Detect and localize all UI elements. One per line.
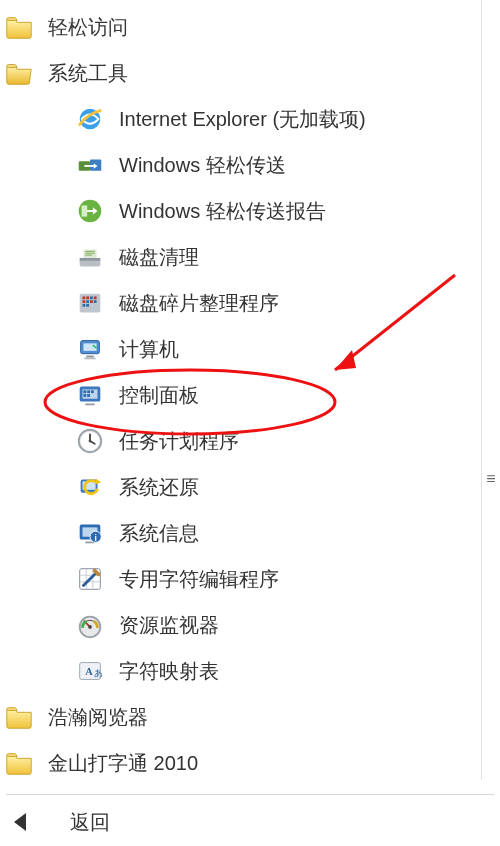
app-task-scheduler[interactable]: 任务计划程序 bbox=[0, 418, 500, 464]
folder-open-icon bbox=[4, 58, 34, 88]
svg-rect-27 bbox=[87, 390, 90, 393]
svg-rect-16 bbox=[94, 300, 97, 303]
app-ie-noaddons[interactable]: Internet Explorer (无加载项) bbox=[0, 96, 500, 142]
svg-rect-18 bbox=[86, 304, 89, 307]
svg-text:i: i bbox=[94, 533, 96, 543]
back-button[interactable]: 返回 bbox=[0, 799, 500, 845]
svg-rect-12 bbox=[83, 300, 86, 303]
svg-rect-6 bbox=[80, 258, 101, 261]
defrag-icon bbox=[75, 288, 105, 318]
app-computer[interactable]: 计算机 bbox=[0, 326, 500, 372]
app-easy-transfer-report[interactable]: Windows 轻松传送报告 bbox=[0, 188, 500, 234]
svg-rect-13 bbox=[90, 300, 93, 303]
svg-rect-29 bbox=[83, 394, 86, 397]
svg-rect-22 bbox=[84, 357, 95, 359]
svg-rect-30 bbox=[87, 394, 90, 397]
svg-rect-25 bbox=[85, 403, 94, 405]
resource-monitor-icon bbox=[75, 610, 105, 640]
back-arrow-icon bbox=[14, 813, 26, 831]
svg-point-33 bbox=[89, 440, 92, 443]
app-label: 计算机 bbox=[119, 336, 179, 363]
separator bbox=[6, 794, 494, 795]
svg-text:A: A bbox=[85, 666, 93, 677]
svg-rect-10 bbox=[86, 296, 89, 299]
svg-rect-14 bbox=[90, 296, 93, 299]
app-label: 资源监视器 bbox=[119, 612, 219, 639]
svg-rect-11 bbox=[94, 296, 97, 299]
folder-label: 金山打字通 2010 bbox=[48, 750, 198, 777]
folder-icon bbox=[4, 702, 34, 732]
svg-point-43 bbox=[88, 625, 92, 629]
app-label: Windows 轻松传送报告 bbox=[119, 198, 326, 225]
app-label: 系统信息 bbox=[119, 520, 199, 547]
folder-icon bbox=[4, 12, 34, 42]
back-label: 返回 bbox=[70, 809, 110, 836]
app-label: 字符映射表 bbox=[119, 658, 219, 685]
app-label: 磁盘碎片整理程序 bbox=[119, 290, 279, 317]
easy-transfer-report-icon bbox=[75, 196, 105, 226]
app-resource-monitor[interactable]: 资源监视器 bbox=[0, 602, 500, 648]
scrollbar[interactable] bbox=[481, 0, 500, 780]
app-label: 系统还原 bbox=[119, 474, 199, 501]
svg-rect-15 bbox=[86, 300, 89, 303]
app-defrag[interactable]: 磁盘碎片整理程序 bbox=[0, 280, 500, 326]
app-label: Windows 轻松传送 bbox=[119, 152, 286, 179]
disk-cleanup-icon bbox=[75, 242, 105, 272]
ie-icon bbox=[75, 104, 105, 134]
folder-easy-access[interactable]: 轻松访问 bbox=[0, 4, 500, 50]
app-easy-transfer[interactable]: Windows 轻松传送 bbox=[0, 142, 500, 188]
control-panel-icon bbox=[75, 380, 105, 410]
folder-label: 浩瀚阅览器 bbox=[48, 704, 148, 731]
svg-rect-9 bbox=[83, 296, 86, 299]
svg-rect-4 bbox=[82, 205, 88, 216]
folder-haohan-browser[interactable]: 浩瀚阅览器 bbox=[0, 694, 500, 740]
app-disk-cleanup[interactable]: 磁盘清理 bbox=[0, 234, 500, 280]
app-label: 磁盘清理 bbox=[119, 244, 199, 271]
system-restore-icon bbox=[75, 472, 105, 502]
app-label: 任务计划程序 bbox=[119, 428, 239, 455]
folder-label: 系统工具 bbox=[48, 60, 128, 87]
svg-text:あ: あ bbox=[94, 668, 103, 678]
app-label: Internet Explorer (无加载项) bbox=[119, 106, 366, 133]
svg-rect-26 bbox=[83, 390, 86, 393]
char-map-icon: Aあ bbox=[75, 656, 105, 686]
svg-rect-21 bbox=[86, 356, 94, 358]
scroll-grip-icon: ≡ bbox=[484, 470, 498, 494]
folder-system-tools[interactable]: 系统工具 bbox=[0, 50, 500, 96]
app-label: 专用字符编辑程序 bbox=[119, 566, 279, 593]
svg-rect-17 bbox=[83, 304, 86, 307]
app-system-info[interactable]: i 系统信息 bbox=[0, 510, 500, 556]
app-char-editor[interactable]: 专用字符编辑程序 bbox=[0, 556, 500, 602]
task-scheduler-icon bbox=[75, 426, 105, 456]
app-char-map[interactable]: Aあ 字符映射表 bbox=[0, 648, 500, 694]
app-control-panel[interactable]: 控制面板 bbox=[0, 372, 500, 418]
svg-rect-28 bbox=[91, 390, 94, 393]
folder-icon bbox=[4, 748, 34, 778]
system-info-icon: i bbox=[75, 518, 105, 548]
easy-transfer-icon bbox=[75, 150, 105, 180]
char-editor-icon bbox=[75, 564, 105, 594]
app-system-restore[interactable]: 系统还原 bbox=[0, 464, 500, 510]
start-menu-programs: 轻松访问 系统工具 Internet Explorer (无加载项) Windo… bbox=[0, 0, 500, 845]
folder-jinshan-typing[interactable]: 金山打字通 2010 bbox=[0, 740, 500, 786]
computer-icon bbox=[75, 334, 105, 364]
folder-label: 轻松访问 bbox=[48, 14, 128, 41]
app-label: 控制面板 bbox=[119, 382, 199, 409]
